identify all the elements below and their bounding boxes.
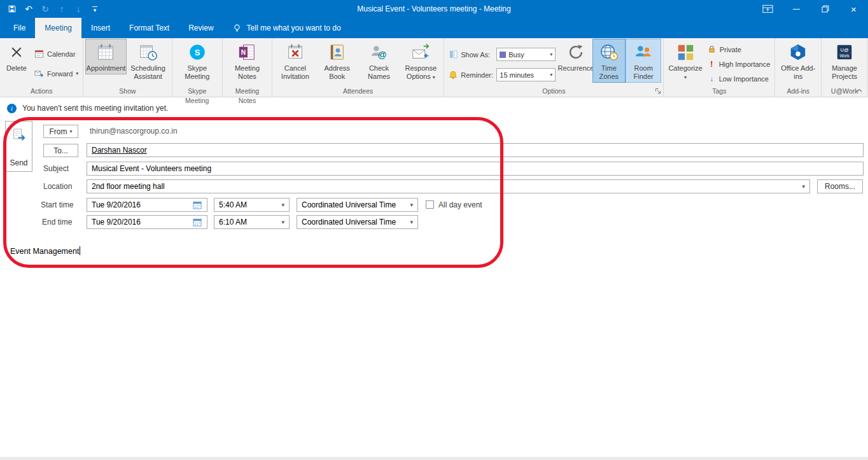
start-date-field[interactable]: Tue 9/20/2016: [87, 198, 207, 212]
tell-me-box[interactable]: Tell me what you want to do: [223, 18, 350, 38]
customize-quick-access-icon[interactable]: ▾: [87, 0, 103, 18]
busy-color-swatch: [500, 52, 506, 58]
svg-text:S: S: [194, 48, 200, 57]
from-address: thirun@nascorgroup.co.in: [90, 127, 178, 136]
address-book-button[interactable]: Address Book: [316, 39, 358, 83]
end-time-select[interactable]: 6:10 AM ▾: [214, 215, 290, 229]
response-options-icon: [410, 42, 431, 62]
room-finder-button[interactable]: Room Finder: [626, 39, 662, 83]
location-dropdown-icon[interactable]: ▾: [799, 183, 805, 190]
send-button[interactable]: Send: [5, 121, 32, 172]
group-label-skype-meeting: Skype Meeting: [174, 87, 220, 97]
group-label-actions: Actions: [2, 87, 81, 97]
categorize-icon: [675, 42, 696, 62]
end-time-dropdown-icon: ▾: [279, 219, 284, 225]
window-bottom-edge: [0, 457, 868, 460]
subject-label: Subject: [43, 164, 69, 173]
room-finder-icon: [633, 42, 654, 62]
reminder-dropdown-icon: ▾: [550, 72, 552, 78]
meeting-notes-button[interactable]: N Meeting Notes: [225, 39, 270, 83]
ribbon-group-meeting-notes: N Meeting Notes Meeting Notes: [223, 38, 272, 97]
end-timezone-select[interactable]: Coordinated Universal Time ▾: [297, 215, 418, 229]
scheduling-assistant-icon: [138, 42, 158, 62]
categorize-button[interactable]: Categorize ▾: [666, 39, 704, 83]
show-as-icon: [449, 50, 458, 59]
low-importance-icon: ↓: [708, 74, 716, 83]
start-timezone-select[interactable]: Coordinated Universal Time ▾: [297, 198, 418, 212]
cancel-invitation-icon: [285, 42, 305, 62]
calendar-icon: [34, 49, 44, 59]
scheduling-assistant-button[interactable]: Scheduling Assistant: [127, 39, 170, 83]
delete-icon: [6, 42, 27, 62]
response-options-dropdown-icon: ▾: [433, 74, 435, 80]
location-field[interactable]: 2nd floor meeting hall ▾: [87, 179, 810, 193]
start-timezone-dropdown-icon: ▾: [407, 202, 413, 208]
text-cursor: [80, 246, 80, 255]
close-icon[interactable]: ×: [839, 0, 868, 18]
end-date-field[interactable]: Tue 9/20/2016: [87, 215, 207, 229]
redo-icon[interactable]: ↻: [37, 0, 53, 18]
appointment-icon: [95, 42, 116, 62]
svg-text:U@: U@: [841, 47, 849, 53]
collapse-ribbon-icon[interactable]: [855, 87, 864, 94]
end-date-picker-icon[interactable]: [190, 218, 202, 227]
rooms-button[interactable]: Rooms...: [817, 179, 863, 193]
onenote-icon: N: [237, 42, 257, 62]
svg-text:@: @: [377, 50, 386, 60]
group-label-options: Options: [446, 87, 661, 97]
check-names-button[interactable]: @ Check Names: [358, 39, 400, 83]
forward-button[interactable]: Forward ▾: [31, 67, 81, 80]
skype-meeting-button[interactable]: S Skype Meeting: [174, 39, 220, 83]
recurrence-icon: [566, 42, 586, 62]
private-button[interactable]: Private: [705, 43, 773, 56]
low-importance-button[interactable]: ↓ Low Importance: [705, 72, 773, 85]
show-as-select[interactable]: Busy ▾: [496, 48, 556, 61]
to-button[interactable]: To...: [43, 144, 78, 157]
delete-button[interactable]: Delete: [2, 39, 31, 74]
minimize-icon[interactable]: [782, 0, 811, 18]
from-button[interactable]: From▾: [43, 125, 78, 138]
appointment-button[interactable]: Appointment: [85, 39, 126, 74]
ribbon-group-options: Show As: Busy ▾ Reminder: 15: [444, 38, 664, 97]
start-time-select[interactable]: 5:40 AM ▾: [214, 198, 290, 212]
ribbon-display-options-icon[interactable]: [753, 0, 782, 18]
tab-review[interactable]: Review: [179, 18, 223, 38]
location-label: Location: [43, 182, 72, 191]
time-zones-icon: [599, 42, 619, 62]
recurrence-button[interactable]: Recurrence: [559, 39, 592, 74]
tab-insert[interactable]: Insert: [81, 18, 120, 38]
office-addins-button[interactable]: Office Add-ins: [777, 39, 819, 83]
undo-icon[interactable]: ↶: [20, 0, 37, 18]
ribbon-group-actions: Delete Calendar Forward ▾: [0, 38, 83, 97]
quick-access-toolbar: ↶ ↻ ↑ ↓ ▾: [0, 0, 103, 18]
start-date-picker-icon[interactable]: [190, 200, 202, 210]
all-day-label: All day event: [438, 200, 482, 209]
infobar: i You haven't sent this meeting invitati…: [0, 97, 868, 119]
options-dialog-launcher-icon[interactable]: [654, 87, 662, 95]
tab-file[interactable]: File: [4, 18, 35, 38]
tab-format-text[interactable]: Format Text: [120, 18, 179, 38]
window-controls: ×: [753, 0, 868, 18]
response-options-button[interactable]: Response Options ▾: [400, 39, 442, 83]
to-recipient[interactable]: Darshan Nascor: [92, 146, 147, 155]
cancel-invitation-button[interactable]: Cancel Invitation: [274, 39, 316, 83]
save-icon[interactable]: [4, 0, 20, 18]
subject-field[interactable]: Musical Event - Volunteers meeting: [87, 162, 864, 176]
forward-dropdown-icon: ▾: [76, 71, 78, 76]
skype-icon: S: [187, 42, 207, 62]
move-down-icon[interactable]: ↓: [70, 0, 87, 18]
ribbon-group-show: Appointment Scheduling Assistant Show: [83, 38, 172, 97]
move-up-icon[interactable]: ↑: [53, 0, 70, 18]
all-day-checkbox[interactable]: [426, 200, 434, 209]
time-zones-button[interactable]: Time Zones: [592, 39, 626, 83]
address-book-icon: [327, 42, 347, 62]
tab-meeting[interactable]: Meeting: [35, 18, 81, 38]
message-body[interactable]: Event Management: [0, 232, 868, 460]
to-field[interactable]: Darshan Nascor: [87, 143, 864, 157]
message-body-text: Event Management: [10, 247, 79, 256]
reminder-select[interactable]: 15 minutes ▾: [496, 68, 556, 81]
restore-icon[interactable]: [811, 0, 839, 18]
high-importance-button[interactable]: ! High Importance: [705, 57, 773, 71]
manage-projects-button[interactable]: U@Work Manage Projects: [823, 39, 865, 83]
calendar-button[interactable]: Calendar: [31, 47, 81, 60]
